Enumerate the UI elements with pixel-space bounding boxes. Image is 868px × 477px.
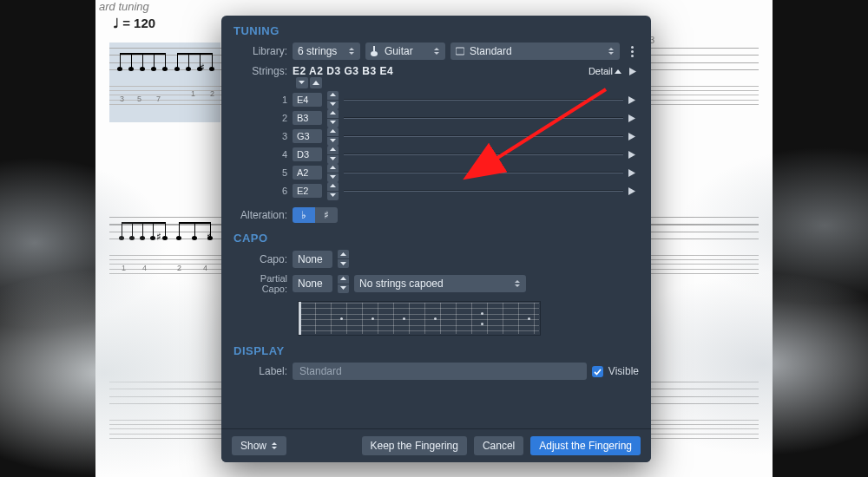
sharp-accidental: ♯ — [200, 62, 205, 74]
string-play-button[interactable] — [628, 151, 639, 159]
tuning-preset-select[interactable]: Standard — [450, 42, 620, 60]
sharp-accidental: ♯ — [207, 231, 212, 243]
string-stepper[interactable] — [327, 182, 339, 200]
partial-capo-strings-select[interactable]: No strings capoed — [354, 275, 526, 292]
alteration-label: Alteration: — [233, 209, 287, 221]
tab-digit: 2 — [210, 89, 214, 98]
string-pitch-field[interactable]: E4 — [293, 93, 322, 107]
shift-all-strings — [296, 77, 639, 88]
display-section: DISPLAY Label: Standard Visible — [221, 341, 651, 385]
string-pitch-field[interactable]: B3 — [293, 111, 322, 125]
string-slider[interactable] — [344, 117, 623, 119]
string-number: 2 — [233, 113, 287, 123]
updown-icon — [349, 48, 355, 56]
score-subtitle: ard tuning — [99, 0, 149, 13]
show-menu-button[interactable]: Show — [232, 436, 286, 455]
string-play-button[interactable] — [628, 114, 639, 122]
string-play-button[interactable] — [628, 133, 639, 140]
string-slider[interactable] — [344, 190, 623, 192]
library-label: Library: — [233, 45, 287, 57]
tab-digit: 5 — [137, 95, 141, 103]
adjust-fingering-button[interactable]: Adjust the Fingering — [530, 436, 641, 455]
capo-stepper[interactable] — [338, 250, 349, 268]
capo-select[interactable]: None — [293, 251, 332, 268]
string-stepper[interactable] — [327, 109, 339, 127]
instrument-select[interactable]: Guitar — [365, 42, 445, 60]
string-stepper[interactable] — [327, 91, 339, 109]
strings-summary-row: Strings: E2 A2 D3 G3 B3 E4 Detail — [233, 65, 639, 77]
alteration-row: Alteration: ♭ ♯ — [233, 207, 639, 223]
string-slider[interactable] — [344, 99, 623, 101]
string-number: 1 — [233, 95, 287, 105]
library-row: Library: 6 strings Guitar Standard — [233, 42, 639, 60]
tab-digit: 1 — [122, 264, 126, 272]
string-pitch-field[interactable]: D3 — [293, 147, 322, 161]
tab-digit: 1 — [191, 89, 195, 98]
string-row: 6E2 — [233, 183, 639, 199]
tempo-marking: ♩ = 120 — [113, 16, 155, 31]
tuning-heading: TUNING — [233, 24, 639, 37]
string-pitch-field[interactable]: G3 — [293, 129, 322, 143]
updown-icon — [608, 48, 615, 56]
svg-point-7 — [371, 51, 378, 56]
strings-count-select[interactable]: 6 strings — [293, 42, 360, 60]
string-play-button[interactable] — [628, 96, 639, 104]
tab-digit: 4 — [142, 264, 147, 272]
play-all-button[interactable] — [627, 68, 639, 75]
sharp-toggle[interactable]: ♯ — [315, 207, 338, 223]
string-stepper[interactable] — [327, 127, 339, 146]
partial-capo-label: Partial Capo: — [233, 273, 287, 294]
shift-down-button[interactable] — [296, 77, 308, 88]
tab-digit: 3 — [120, 95, 124, 103]
string-slider[interactable] — [344, 172, 623, 173]
tab-digit: 7 — [156, 95, 161, 103]
capo-heading: CAPO — [233, 232, 639, 245]
string-number: 3 — [233, 131, 287, 141]
string-pitch-field[interactable]: E2 — [293, 184, 322, 198]
strings-value: E2 A2 D3 G3 B3 E4 — [293, 65, 393, 77]
tab-digit: 2 — [177, 264, 181, 272]
svg-rect-6 — [373, 46, 375, 51]
string-number: 6 — [233, 186, 287, 196]
alteration-toggle: ♭ ♯ — [293, 207, 338, 223]
partial-capo-fret-select[interactable]: None — [293, 275, 332, 292]
keep-fingering-button[interactable]: Keep the Fingering — [362, 436, 467, 455]
flat-toggle[interactable]: ♭ — [293, 207, 315, 223]
string-slider[interactable] — [344, 135, 623, 137]
string-stepper[interactable] — [327, 146, 339, 164]
capo-row: Capo: None — [233, 250, 639, 268]
string-number: 5 — [233, 167, 287, 178]
display-label-input[interactable]: Standard — [293, 363, 587, 380]
string-play-button[interactable] — [628, 169, 639, 177]
updown-icon — [515, 280, 521, 288]
detail-toggle[interactable]: Detail — [589, 66, 621, 76]
note-group — [179, 222, 210, 238]
tuning-section: TUNING Library: 6 strings Guitar Standar… — [221, 16, 651, 228]
partial-capo-row: Partial Capo: None No strings capoed — [233, 273, 639, 294]
guitar-icon — [371, 46, 379, 56]
visible-checkbox[interactable] — [592, 366, 603, 377]
partial-capo-stepper[interactable] — [338, 275, 349, 293]
string-list: 1E42B33G34D35A26E2 — [233, 92, 639, 199]
shift-up-button[interactable] — [310, 77, 322, 88]
display-label-row: Label: Standard Visible — [233, 363, 639, 380]
fretboard-diagram[interactable] — [298, 301, 541, 336]
display-label-label: Label: — [233, 365, 287, 377]
string-row: 3G3 — [233, 128, 639, 144]
strings-label: Strings: — [233, 65, 287, 77]
string-slider[interactable] — [344, 154, 623, 155]
string-play-button[interactable] — [628, 187, 639, 195]
display-heading: DISPLAY — [233, 344, 639, 357]
tuning-more-menu[interactable] — [625, 46, 639, 57]
preset-icon — [456, 47, 464, 56]
note-group — [120, 53, 165, 69]
string-number: 4 — [233, 149, 287, 160]
tuning-dialog: TUNING Library: 6 strings Guitar Standar… — [221, 16, 651, 462]
string-row: 2B3 — [233, 110, 639, 126]
string-stepper[interactable] — [327, 164, 339, 182]
updown-icon — [434, 48, 440, 56]
string-pitch-field[interactable]: A2 — [293, 166, 322, 180]
tab-digit: 4 — [203, 264, 207, 272]
string-row: 5A2 — [233, 165, 639, 180]
cancel-button[interactable]: Cancel — [474, 436, 523, 455]
